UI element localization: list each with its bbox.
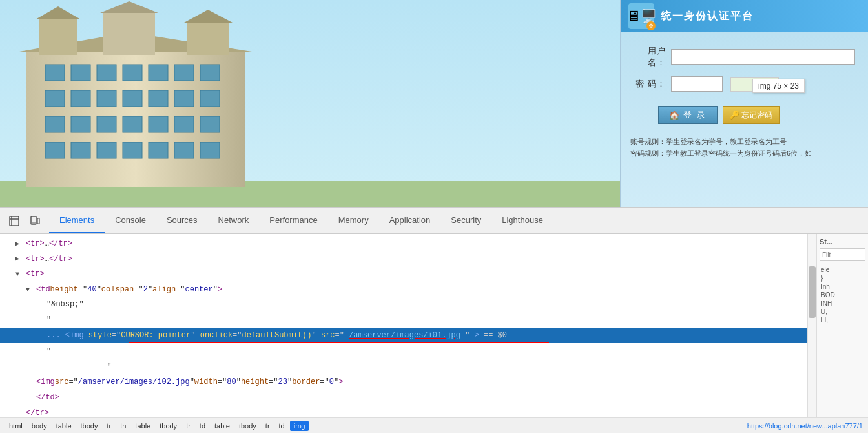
tab-application[interactable]: Application [379, 208, 441, 233]
breadcrumb-tr-1[interactable]: tr [103, 421, 115, 431]
svg-rect-36 [174, 142, 194, 158]
triangle-icon[interactable] [16, 269, 26, 280]
style-label-bod: BOD [821, 291, 864, 299]
login-panel: 🖥️ ⚙ 统一身份认证平台 用户名： 密 码： img 75 × 23 [620, 0, 868, 207]
svg-rect-34 [123, 142, 142, 158]
svg-rect-23 [200, 90, 220, 107]
triangle-icon[interactable] [26, 284, 36, 296]
breadcrumb-table-1[interactable]: table [52, 421, 76, 431]
top-area: 🖥️ ⚙ 统一身份认证平台 用户名： 密 码： img 75 × 23 [0, 0, 868, 207]
svg-rect-21 [149, 90, 168, 107]
username-label: 用户名： [634, 45, 666, 69]
styles-filter-input[interactable] [820, 248, 865, 261]
styles-title: St... [820, 238, 865, 246]
tab-memory[interactable]: Memory [328, 208, 379, 233]
svg-rect-30 [200, 116, 220, 132]
dom-line-td-close[interactable]: </td> [0, 390, 807, 406]
tab-sources[interactable]: Sources [156, 208, 208, 233]
login-header: 🖥️ ⚙ 统一身份认证平台 [621, 0, 868, 32]
dom-line-tr-2[interactable]: <tr>…</tr> [0, 252, 807, 268]
svg-rect-11 [71, 65, 90, 81]
svg-rect-10 [45, 65, 65, 81]
dom-line-tr-open[interactable]: <tr> [0, 267, 807, 282]
svg-rect-22 [174, 90, 194, 107]
svg-rect-12 [97, 65, 116, 81]
breadcrumb-tbody-3[interactable]: tbody [235, 421, 260, 431]
password-captcha-area: img 75 × 23 [671, 76, 779, 92]
login-button[interactable]: 🏠 登 录 [658, 106, 718, 124]
breadcrumb-tr-3[interactable]: tr [262, 421, 274, 431]
dom-line-td[interactable]: <td height="40" colspan="2" align="cente… [0, 282, 807, 298]
tab-network[interactable]: Network [208, 208, 260, 233]
breadcrumb-table-2[interactable]: table [131, 421, 154, 431]
dom-line-nbsp-spaces[interactable]: " [0, 360, 807, 375]
svg-rect-42 [37, 218, 39, 224]
svg-rect-6 [103, 13, 155, 55]
svg-rect-25 [71, 116, 90, 132]
svg-rect-38 [10, 216, 19, 226]
svg-rect-13 [123, 65, 142, 81]
breadcrumb-tbody-1[interactable]: tbody [77, 421, 102, 431]
scrollbar-thumb[interactable] [809, 266, 816, 318]
svg-rect-31 [45, 142, 65, 158]
style-label-ele: ele [821, 266, 864, 273]
username-input[interactable] [671, 49, 855, 65]
svg-rect-33 [97, 142, 116, 158]
tab-security[interactable]: Security [440, 208, 491, 233]
svg-rect-8 [187, 23, 229, 55]
building-illustration [0, 0, 620, 207]
breadcrumb-html[interactable]: html [5, 421, 26, 431]
svg-rect-37 [200, 142, 220, 158]
scrollbar-track[interactable] [808, 234, 816, 417]
svg-rect-27 [123, 116, 142, 132]
password-input[interactable] [671, 76, 723, 92]
password-label: 密 码： [634, 78, 666, 90]
devtools-main: <tr>…</tr> <tr>…</tr> <tr> <td height="4… [0, 234, 868, 417]
forgot-password-button[interactable]: 🔑 忘记密码 [723, 106, 780, 124]
dom-line-tr-close[interactable]: </tr> [0, 406, 807, 417]
username-row: 用户名： [634, 45, 855, 69]
devtools-panel: Elements Console Sources Network Perform… [0, 207, 868, 433]
dom-scrollbar[interactable] [807, 234, 816, 417]
dom-line-img-selected[interactable]: ... <img style="CURSOR: pointer" onclick… [0, 328, 807, 344]
breadcrumb-td[interactable]: td [196, 421, 209, 431]
dom-line-tr-1[interactable]: <tr>…</tr> [0, 237, 807, 252]
breadcrumb-td-2[interactable]: td [275, 421, 289, 431]
svg-rect-24 [45, 116, 65, 132]
svg-rect-28 [149, 116, 168, 132]
svg-rect-29 [174, 116, 194, 132]
dom-line-img2[interactable]: <img src="/amserver/images/i02.jpg" widt… [0, 375, 807, 390]
home-icon: 🏠 [669, 111, 681, 120]
breadcrumb-tbody-2[interactable]: tbody [156, 421, 181, 431]
captcha-tooltip: img 75 × 23 [752, 79, 805, 93]
triangle-icon[interactable] [16, 253, 26, 265]
breadcrumb-table-3[interactable]: table [211, 421, 234, 431]
breadcrumb-th[interactable]: th [116, 421, 130, 431]
dom-line-quote-2[interactable]: " [0, 344, 807, 360]
dom-panel[interactable]: <tr>…</tr> <tr>…</tr> <tr> <td height="4… [0, 234, 807, 417]
style-label-u: U, [821, 308, 864, 315]
dom-line-quote[interactable]: " [0, 313, 807, 328]
devtools-breadcrumb: html body table tbody tr th table tbody … [0, 417, 868, 433]
tab-lighthouse[interactable]: Lighthouse [491, 208, 553, 233]
breadcrumb-body[interactable]: body [28, 421, 51, 431]
style-labels: ele } Inh BOD INH U, LI, [820, 264, 865, 326]
triangle-icon[interactable] [16, 238, 26, 250]
tab-performance[interactable]: Performance [259, 208, 327, 233]
tooltip-text: img 75 × 23 [758, 81, 799, 90]
device-toggle-button[interactable] [26, 212, 44, 230]
svg-rect-32 [71, 142, 90, 158]
dom-line-nbsp[interactable]: "&nbsp;" [0, 297, 807, 313]
info-line-2: 密码规则：学生教工登录密码统一为身份证号码后6位，如 [630, 148, 858, 160]
inspect-element-button[interactable] [5, 212, 23, 230]
breadcrumb-img[interactable]: img [290, 421, 309, 431]
tab-elements[interactable]: Elements [49, 208, 105, 233]
breadcrumb-tr-2[interactable]: tr [182, 421, 194, 431]
svg-rect-35 [149, 142, 168, 158]
devtools-tabs: Elements Console Sources Network Perform… [49, 208, 553, 233]
website-area [0, 0, 620, 207]
login-title: 统一身份认证平台 [661, 10, 754, 23]
style-label-li: LI, [821, 317, 864, 324]
tab-console[interactable]: Console [105, 208, 156, 233]
svg-rect-4 [39, 19, 78, 55]
